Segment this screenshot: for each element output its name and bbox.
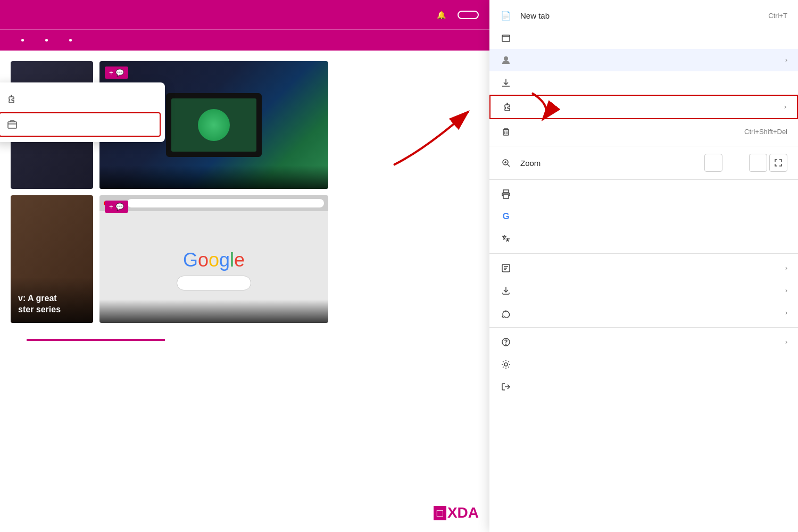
google-logo: Google — [183, 249, 245, 271]
card-title-dark: v: A greatster series — [18, 293, 86, 315]
ext-manage-extensions[interactable] — [0, 87, 165, 111]
guest-icon — [500, 54, 512, 66]
google-g-icon: G — [500, 211, 512, 222]
new-window-icon — [500, 32, 512, 44]
menu-item-print[interactable] — [489, 183, 798, 205]
settings-icon — [500, 359, 512, 370]
deals-box — [27, 339, 165, 350]
zoom-minus-button[interactable] — [704, 154, 722, 172]
zoom-icon — [500, 157, 512, 169]
card-overlay — [99, 165, 328, 189]
guest-arrow: › — [785, 56, 787, 64]
site-header: 🔔 — [0, 0, 489, 29]
nav-separator-2 — [45, 39, 48, 41]
svg-rect-9 — [503, 190, 509, 193]
find-edit-arrow: › — [785, 264, 787, 272]
svg-rect-0 — [502, 35, 510, 41]
menu-item-exit[interactable] — [489, 376, 798, 398]
extensions-submenu — [0, 82, 165, 142]
menu-item-help[interactable]: › — [489, 331, 798, 353]
find-edit-icon — [500, 262, 512, 274]
menu-item-save-share[interactable]: › — [489, 279, 798, 302]
menu-item-search-google[interactable]: G — [489, 205, 798, 228]
card-google[interactable]: Google +💬 — [99, 195, 328, 323]
card-dark[interactable]: v: A greatster series — [11, 195, 93, 323]
bell-icon: 🔔 — [437, 11, 446, 19]
menu-item-extensions[interactable]: › — [489, 95, 798, 119]
card-overlay — [99, 300, 328, 323]
clear-browsing-icon — [500, 126, 512, 137]
menu-item-new-tab-label: New tab — [520, 11, 768, 20]
exit-icon — [500, 381, 512, 393]
menu-item-new-window[interactable] — [489, 27, 798, 49]
clear-browsing-shortcut: Ctrl+Shift+Del — [744, 128, 787, 136]
svg-point-20 — [504, 363, 508, 366]
zoom-control: Zoom — [489, 149, 798, 176]
menu-item-clear-browsing[interactable]: Ctrl+Shift+Del — [489, 120, 798, 143]
svg-point-2 — [504, 56, 508, 61]
separator-1 — [489, 146, 798, 146]
newsletter-button[interactable]: 🔔 — [437, 11, 449, 19]
separator-2 — [489, 179, 798, 180]
help-icon — [500, 336, 512, 348]
menu-item-find-edit[interactable]: › — [489, 257, 798, 279]
nav-separator-3 — [69, 39, 72, 41]
menu-item-guest[interactable]: › — [489, 49, 798, 71]
save-share-icon — [500, 285, 512, 296]
ext-visit-web-store[interactable] — [0, 112, 161, 137]
menu-item-settings[interactable] — [489, 353, 798, 376]
help-arrow: › — [785, 338, 787, 346]
svg-point-19 — [506, 344, 506, 345]
ext-manage-icon — [5, 93, 17, 105]
svg-line-6 — [508, 164, 510, 167]
xda-logo: □ XDA — [434, 504, 479, 521]
svg-rect-21 — [8, 122, 16, 128]
zoom-plus-button[interactable] — [749, 154, 767, 172]
bottom-area — [0, 339, 489, 350]
card-overlay: v: A greatster series — [11, 277, 93, 323]
ext-webstore-icon — [6, 119, 18, 130]
card-badge: +💬 — [105, 201, 128, 213]
translate-icon — [500, 233, 512, 245]
nav-separator-1 — [21, 39, 24, 41]
svg-rect-10 — [503, 195, 509, 198]
more-tools-icon — [500, 307, 512, 319]
website-background: 🔔 — [0, 0, 489, 532]
zoom-fullscreen-button[interactable] — [769, 154, 787, 172]
separator-3 — [489, 253, 798, 254]
menu-item-new-tab[interactable]: 📄 New tab Ctrl+T — [489, 4, 798, 27]
zoom-label: Zoom — [520, 159, 704, 168]
more-tools-arrow: › — [785, 309, 787, 317]
new-tab-icon: 📄 — [500, 10, 512, 21]
card-badge: +💬 — [105, 66, 128, 79]
menu-item-downloads[interactable] — [489, 71, 798, 94]
site-nav — [0, 29, 489, 51]
extensions-arrow: › — [784, 103, 786, 111]
save-share-arrow: › — [785, 287, 787, 294]
print-icon — [500, 188, 512, 200]
login-button[interactable] — [458, 11, 479, 19]
downloads-icon — [500, 77, 512, 88]
extensions-icon — [501, 101, 513, 113]
deals-title — [27, 341, 165, 350]
new-tab-shortcut: Ctrl+T — [768, 12, 787, 20]
menu-item-translate[interactable] — [489, 228, 798, 250]
separator-4 — [489, 327, 798, 328]
menu-item-more-tools[interactable]: › — [489, 302, 798, 324]
svg-rect-4 — [503, 130, 509, 135]
chrome-menu: 📄 New tab Ctrl+T › — [489, 0, 798, 532]
